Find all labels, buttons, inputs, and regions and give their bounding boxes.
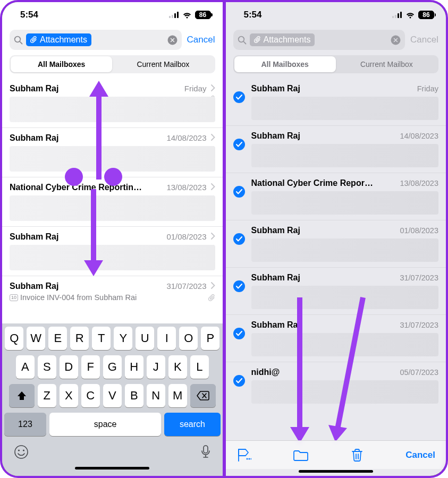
key-m[interactable]: M xyxy=(168,384,187,407)
mail-row[interactable]: National Cyber Crime Reportin… 13/08/202… xyxy=(2,177,223,226)
chevron-right-icon xyxy=(211,84,215,93)
emoji-key[interactable] xyxy=(14,445,29,462)
search-cancel-button[interactable]: Cancel xyxy=(187,35,215,45)
key-r[interactable]: R xyxy=(70,327,89,350)
search-cancel-button[interactable]: Cancel xyxy=(410,35,438,45)
selected-check-icon[interactable] xyxy=(233,375,245,387)
wifi-icon xyxy=(182,12,192,19)
numbers-key[interactable]: 123 xyxy=(4,413,46,436)
move-folder-button[interactable] xyxy=(293,449,309,462)
mail-preview-blur xyxy=(10,97,215,122)
backspace-key[interactable] xyxy=(190,384,216,407)
key-c[interactable]: C xyxy=(81,384,100,407)
cellular-signal-icon xyxy=(392,12,402,18)
key-i[interactable]: I xyxy=(157,327,176,350)
key-l[interactable]: L xyxy=(190,355,209,379)
key-o[interactable]: O xyxy=(179,327,198,350)
key-b[interactable]: B xyxy=(125,384,143,407)
key-f[interactable]: F xyxy=(81,355,100,379)
home-indicator[interactable] xyxy=(299,470,373,473)
selected-check-icon[interactable] xyxy=(233,139,245,150)
search-bar-row: Attachments Cancel xyxy=(2,28,223,55)
key-z[interactable]: Z xyxy=(38,384,56,407)
chevron-right-icon xyxy=(211,133,215,143)
search-token-attachments[interactable]: Attachments xyxy=(250,33,315,46)
key-s[interactable]: S xyxy=(38,355,56,379)
seg-all-mailboxes[interactable]: All Mailboxes xyxy=(11,56,112,72)
key-y[interactable]: Y xyxy=(114,327,132,350)
mail-preview-blur xyxy=(10,195,215,221)
mail-preview-blur xyxy=(10,245,215,270)
svg-point-27 xyxy=(246,458,248,459)
key-j[interactable]: J xyxy=(147,355,165,379)
results-list[interactable]: Subham Raj Friday Subham Raj 14/08/2023 … xyxy=(2,78,223,323)
mail-row-selectable[interactable]: nidhi@ 05/07/2023 xyxy=(226,362,446,409)
key-q[interactable]: Q xyxy=(5,327,23,350)
mailbox-scope-segmented[interactable]: All Mailboxes Current Mailbox xyxy=(233,55,439,73)
search-token-attachments[interactable]: Attachments xyxy=(26,33,91,46)
selected-check-icon[interactable] xyxy=(233,91,245,103)
key-e[interactable]: E xyxy=(48,327,67,350)
selected-check-icon[interactable] xyxy=(233,280,245,292)
mail-row[interactable]: Subham Raj 14/08/2023 xyxy=(2,127,223,177)
mail-preview-blur xyxy=(251,380,439,404)
mail-date: 14/08/2023 xyxy=(166,133,206,142)
selected-check-icon[interactable] xyxy=(233,186,245,198)
mail-row-selectable[interactable]: Subham Raj 01/08/2023 xyxy=(226,220,446,267)
key-h[interactable]: H xyxy=(125,355,143,379)
key-d[interactable]: D xyxy=(60,355,78,379)
key-p[interactable]: P xyxy=(201,327,219,350)
selected-check-icon[interactable] xyxy=(233,328,245,339)
dictation-key[interactable] xyxy=(200,445,211,462)
battery-indicator: 86 xyxy=(418,11,434,19)
shift-key[interactable] xyxy=(9,384,35,407)
search-token-label: Attachments xyxy=(40,35,87,45)
home-indicator[interactable] xyxy=(75,467,149,470)
paperclip-icon xyxy=(254,36,261,44)
seg-current-mailbox[interactable]: Current Mailbox xyxy=(336,56,437,72)
space-key[interactable]: space xyxy=(49,413,161,436)
mail-row[interactable]: Subham Raj Friday xyxy=(2,78,223,127)
mark-button[interactable] xyxy=(236,448,251,462)
key-v[interactable]: V xyxy=(103,384,122,407)
cellular-signal-icon xyxy=(169,12,179,18)
mail-sender: Subham Raj xyxy=(10,84,180,93)
clear-search-icon[interactable] xyxy=(391,35,401,45)
mail-row-selectable[interactable]: Subham Raj 14/08/2023 xyxy=(226,125,446,173)
key-k[interactable]: K xyxy=(168,355,187,379)
wifi-icon xyxy=(405,12,415,19)
search-field[interactable]: Attachments xyxy=(233,30,405,50)
svg-point-13 xyxy=(23,449,24,451)
seg-all-mailboxes[interactable]: All Mailboxes xyxy=(234,56,336,72)
key-n[interactable]: N xyxy=(147,384,165,407)
svg-rect-14 xyxy=(204,446,208,453)
selected-check-icon[interactable] xyxy=(233,233,245,245)
mail-row-selectable[interactable]: Subham Raj Friday xyxy=(226,78,446,125)
svg-rect-16 xyxy=(395,15,396,18)
mail-date: 01/08/2023 xyxy=(166,232,206,241)
clear-search-icon[interactable] xyxy=(167,35,177,45)
mail-date: 31/07/2023 xyxy=(400,321,438,329)
key-g[interactable]: G xyxy=(103,355,122,379)
mail-sender: Subham Raj xyxy=(10,281,162,291)
mail-row[interactable]: Subham Raj 31/07/2023 10Invoice INV-004 … xyxy=(2,276,223,302)
key-t[interactable]: T xyxy=(92,327,111,350)
mail-sender: National Cyber Crime Repor… xyxy=(251,178,396,188)
mail-row-selectable[interactable]: National Cyber Crime Repor… 13/08/2023 xyxy=(226,173,446,220)
key-w[interactable]: W xyxy=(27,327,45,350)
ios-keyboard[interactable]: QWERTYUIOP ASDFGHJKL ZXCVBNM 123 space s… xyxy=(2,323,223,476)
seg-current-mailbox[interactable]: Current Mailbox xyxy=(112,56,214,72)
selection-cancel-button[interactable]: Cancel xyxy=(405,450,435,460)
mail-row-selectable[interactable]: Subham Raj 31/07/2023 xyxy=(226,267,446,314)
trash-button[interactable] xyxy=(351,448,364,462)
mail-row-selectable[interactable]: Subham Raj 31/07/2023 xyxy=(226,314,446,362)
search-key[interactable]: search xyxy=(164,413,220,436)
mailbox-scope-segmented[interactable]: All Mailboxes Current Mailbox xyxy=(10,55,215,73)
key-u[interactable]: U xyxy=(136,327,154,350)
mail-sender: Subham Raj xyxy=(251,226,396,235)
key-a[interactable]: A xyxy=(16,355,35,379)
mail-row[interactable]: Subham Raj 01/08/2023 xyxy=(2,226,223,276)
key-x[interactable]: X xyxy=(60,384,78,407)
search-field[interactable]: Attachments xyxy=(10,30,182,50)
results-list-select-mode[interactable]: Subham Raj Friday Subham Raj 14/08/2023 … xyxy=(226,78,446,440)
